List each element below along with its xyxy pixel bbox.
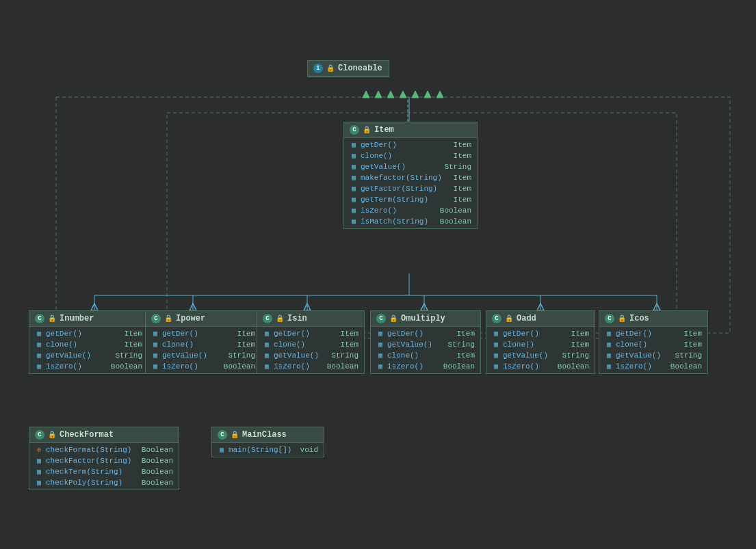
method-row: ▦ checkFactor(String) Boolean [29, 455, 179, 466]
method-icon: ▦ [492, 340, 500, 349]
diagram-canvas: i 🔒 Cloneable C 🔒 Item ▦ getDer() Item ▦… [0, 0, 756, 549]
method-row: ▦ getValue() String [146, 350, 261, 361]
isin-header: C 🔒 Isin [257, 311, 364, 327]
method-icon: ▦ [218, 446, 226, 454]
svg-marker-7 [412, 91, 419, 98]
class-icon: C [492, 314, 501, 323]
method-row: ▦ checkTerm(String) Boolean [29, 466, 179, 477]
method-row: ▦ checkPoly(String) Boolean [29, 477, 179, 488]
method-row: ▦ getDer() Item [146, 328, 261, 339]
icos-class[interactable]: C 🔒 Icos ▦ getDer() Item ▦ clone() Item … [599, 310, 708, 374]
method-row: ▦ clone() Item [257, 339, 364, 350]
method-icon: ▦ [35, 479, 43, 487]
method-icon: ▦ [350, 174, 358, 182]
lock-icon: 🔒 [231, 431, 239, 439]
svg-marker-8 [424, 91, 431, 98]
inumber-header: C 🔒 Inumber [29, 311, 148, 327]
method-icon: ▦ [605, 330, 613, 338]
method-row: ▦ getValue() String [344, 161, 477, 172]
method-icon: ▦ [263, 340, 271, 349]
method-row: ▦ getValue() String [371, 339, 480, 350]
isin-name: Isin [287, 314, 307, 323]
mainclass-class[interactable]: C 🔒 MainClass ▦ main(String[]) void [211, 427, 324, 457]
item-class[interactable]: C 🔒 Item ▦ getDer() Item ▦ clone() Item … [343, 122, 478, 229]
class-icon: C [263, 314, 272, 323]
checkformat-body: ⊕ checkFormat(String) Boolean ▦ checkFac… [29, 443, 179, 490]
method-row: ▦ getTerm(String) Item [344, 194, 477, 205]
method-row: ▦ isZero() Boolean [344, 205, 477, 216]
method-icon: ▦ [151, 340, 159, 349]
method-icon: ▦ [350, 152, 358, 160]
class-icon: C [35, 314, 44, 323]
cloneable-name: Cloneable [338, 64, 382, 73]
cloneable-class[interactable]: i 🔒 Cloneable [307, 60, 389, 77]
method-row: ▦ getDer() Item [257, 328, 364, 339]
icos-name: Icos [629, 314, 649, 323]
method-icon: ▦ [35, 330, 43, 338]
method-row: ▦ isZero() Boolean [146, 361, 261, 372]
lock-icon: 🔒 [505, 314, 513, 323]
method-row: ▦ isMatch(String) Boolean [344, 216, 477, 227]
lock-icon: 🔒 [389, 314, 397, 323]
method-icon: ▦ [263, 330, 271, 338]
method-icon: ▦ [151, 351, 159, 360]
method-row: ▦ getDer() Item [599, 328, 707, 339]
lock-icon: 🔒 [48, 431, 56, 439]
method-row: ▦ getValue() String [257, 350, 364, 361]
method-row: ▦ clone() Item [29, 339, 148, 350]
lock-icon-item: 🔒 [363, 126, 371, 134]
method-row: ⊕ checkFormat(String) Boolean [29, 444, 179, 455]
lock-icon: 🔒 [276, 314, 284, 323]
oadd-body: ▦ getDer() Item ▦ clone() Item ▦ getValu… [486, 327, 595, 373]
item-body: ▦ getDer() Item ▦ clone() Item ▦ getValu… [344, 138, 477, 228]
oadd-header: C 🔒 Oadd [486, 311, 595, 327]
method-row: ▦ makefactor(String) Item [344, 172, 477, 183]
icos-header: C 🔒 Icos [599, 311, 707, 327]
class-icon: C [218, 430, 227, 440]
isin-body: ▦ getDer() Item ▦ clone() Item ▦ getValu… [257, 327, 364, 373]
ipower-class[interactable]: C 🔒 Ipower ▦ getDer() Item ▦ clone() Ite… [145, 310, 261, 374]
method-row: ▦ clone() Item [486, 339, 595, 350]
omultiply-class[interactable]: C 🔒 Omultiply ▦ getDer() Item ▦ getValue… [370, 310, 481, 374]
method-icon: ▦ [350, 185, 358, 193]
method-row: ▦ getValue() String [599, 350, 707, 361]
svg-marker-23 [653, 304, 660, 310]
mainclass-body: ▦ main(String[]) void [212, 443, 324, 457]
checkformat-header: C 🔒 CheckFormat [29, 427, 179, 443]
isin-class[interactable]: C 🔒 Isin ▦ getDer() Item ▦ clone() Item … [257, 310, 365, 374]
omultiply-header: C 🔒 Omultiply [371, 311, 480, 327]
oadd-class[interactable]: C 🔒 Oadd ▦ getDer() Item ▦ clone() Item … [486, 310, 595, 374]
ipower-body: ▦ getDer() Item ▦ clone() Item ▦ getValu… [146, 327, 261, 373]
method-icon: ▦ [35, 362, 43, 371]
method-row: ▦ getValue() String [486, 350, 595, 361]
method-icon: ▦ [492, 351, 500, 360]
oadd-name: Oadd [517, 314, 536, 323]
inumber-class[interactable]: C 🔒 Inumber ▦ getDer() Item ▦ clone() It… [29, 310, 148, 374]
svg-marker-19 [421, 304, 428, 310]
svg-marker-13 [91, 304, 98, 310]
method-row: ▦ getDer() Item [371, 328, 480, 339]
svg-marker-15 [190, 304, 196, 310]
svg-marker-5 [387, 91, 394, 98]
lock-icon: 🔒 [48, 314, 56, 323]
lock-icon: 🔒 [326, 64, 335, 72]
method-icon: ▦ [605, 340, 613, 349]
method-icon: ▦ [35, 457, 43, 465]
method-icon: ▦ [376, 330, 384, 338]
method-icon: ▦ [35, 468, 43, 476]
item-header: C 🔒 Item [344, 122, 477, 138]
class-icon: C [376, 314, 386, 323]
inumber-name: Inumber [60, 314, 94, 323]
lock-icon: 🔒 [164, 314, 172, 323]
ipower-name: Ipower [176, 314, 205, 323]
svg-marker-17 [304, 304, 311, 310]
method-icon: ⊕ [35, 446, 43, 454]
method-icon: ▦ [376, 362, 384, 371]
icos-body: ▦ getDer() Item ▦ clone() Item ▦ getValu… [599, 327, 707, 373]
checkformat-class[interactable]: C 🔒 CheckFormat ⊕ checkFormat(String) Bo… [29, 427, 179, 490]
method-icon: ▦ [263, 351, 271, 360]
method-row: ▦ isZero() Boolean [486, 361, 595, 372]
omultiply-name: Omultiply [401, 314, 445, 323]
svg-marker-9 [436, 91, 443, 98]
checkformat-name: CheckFormat [60, 430, 114, 440]
